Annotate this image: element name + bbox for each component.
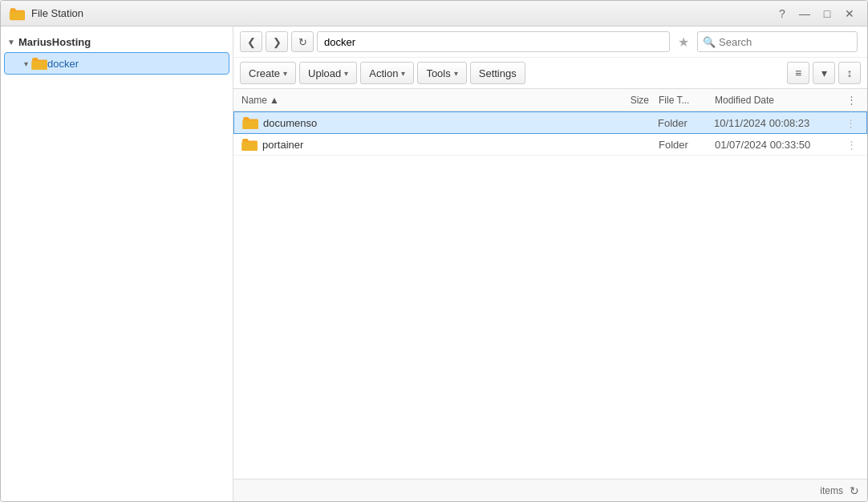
- close-button[interactable]: ✕: [840, 4, 859, 23]
- main-content: ▼ MariusHosting ▾ docker ❮ ❯ ↻: [1, 26, 867, 501]
- file-list-area: Name ▲ Size File T... Modified Date ⋮: [233, 89, 867, 479]
- settings-label: Settings: [479, 67, 517, 79]
- tools-button[interactable]: Tools ▾: [417, 62, 466, 84]
- upload-button[interactable]: Upload ▾: [299, 62, 357, 84]
- path-input[interactable]: [317, 31, 670, 52]
- title-bar: File Station ? — □ ✕: [1, 1, 867, 26]
- refresh-nav-button[interactable]: ↻: [291, 31, 314, 52]
- status-items-label: items: [820, 485, 843, 496]
- title-bar-left: File Station: [9, 6, 83, 22]
- file-row-name-portainer: portainer: [241, 138, 601, 151]
- right-panel: ❮ ❯ ↻ ★ 🔍 Create ▾: [233, 26, 867, 501]
- view-chevron: ▾: [821, 67, 827, 79]
- settings-button[interactable]: Settings: [470, 62, 525, 84]
- app-icon: [9, 6, 25, 22]
- column-headers: Name ▲ Size File T... Modified Date ⋮: [233, 89, 867, 111]
- documenso-type: Folder: [658, 117, 714, 129]
- sort-button[interactable]: ↕: [838, 62, 861, 84]
- col-name-sort: ▲: [270, 95, 279, 106]
- docker-triangle: ▾: [24, 59, 28, 68]
- maximize-button[interactable]: □: [817, 4, 837, 23]
- col-header-name[interactable]: Name ▲: [241, 95, 601, 106]
- status-refresh-button[interactable]: ↻: [850, 484, 859, 497]
- action-toolbar: Create ▾ Upload ▾ Action ▾ Tools ▾: [233, 58, 867, 88]
- host-triangle: ▼: [7, 38, 15, 47]
- documenso-name: documenso: [263, 117, 317, 129]
- folder-icon-portainer: [241, 138, 258, 151]
- forward-button[interactable]: ❯: [266, 31, 288, 52]
- folder-icon-sidebar: [31, 57, 47, 70]
- status-bar: items ↻: [233, 479, 867, 501]
- search-input[interactable]: [719, 36, 852, 48]
- tools-dropdown-arrow: ▾: [454, 69, 458, 78]
- window-title: File Station: [31, 7, 83, 19]
- col-name-label: Name: [241, 95, 267, 106]
- search-box: 🔍: [697, 31, 858, 52]
- portainer-date: 01/07/2024 00:33:50: [715, 139, 843, 151]
- bookmark-button[interactable]: ★: [673, 31, 694, 52]
- action-button[interactable]: Action ▾: [360, 62, 414, 84]
- file-row-portainer[interactable]: portainer Folder 01/07/2024 00:33:50 ⋮: [233, 134, 867, 156]
- documenso-date: 10/11/2024 00:08:23: [714, 117, 842, 129]
- upload-label: Upload: [308, 67, 341, 79]
- col-header-date[interactable]: Modified Date: [715, 95, 843, 106]
- sidebar-host[interactable]: ▼ MariusHosting: [1, 33, 233, 51]
- action-label: Action: [369, 67, 398, 79]
- search-icon: 🔍: [703, 36, 716, 48]
- title-bar-controls: ? — □ ✕: [773, 4, 859, 23]
- docker-label: docker: [47, 58, 79, 70]
- col-header-size[interactable]: Size: [601, 95, 649, 106]
- file-station-window: File Station ? — □ ✕ ▼ MariusHosting ▾ d…: [0, 0, 868, 502]
- create-button[interactable]: Create ▾: [240, 62, 296, 84]
- portainer-name: portainer: [262, 139, 303, 151]
- tools-label: Tools: [426, 67, 450, 79]
- sidebar: ▼ MariusHosting ▾ docker: [1, 26, 233, 501]
- portainer-type: Folder: [659, 139, 715, 151]
- nav-bar: ❮ ❯ ↻ ★ 🔍: [233, 26, 867, 58]
- create-label: Create: [249, 67, 280, 79]
- sidebar-item-docker[interactable]: ▾ docker: [4, 52, 229, 75]
- help-button[interactable]: ?: [773, 4, 792, 23]
- file-row-name-documenso: documenso: [242, 116, 600, 129]
- host-label: MariusHosting: [18, 36, 91, 48]
- portainer-more[interactable]: ⋮: [843, 139, 859, 151]
- minimize-button[interactable]: —: [795, 4, 814, 23]
- file-row-documenso[interactable]: documenso Folder 10/11/2024 00:08:23 ⋮: [233, 111, 867, 134]
- action-dropdown-arrow: ▾: [401, 69, 405, 78]
- create-dropdown-arrow: ▾: [283, 69, 287, 78]
- col-header-type[interactable]: File T...: [659, 95, 715, 106]
- view-options-button[interactable]: ▾: [813, 62, 835, 84]
- upload-dropdown-arrow: ▾: [344, 69, 348, 78]
- documenso-more[interactable]: ⋮: [842, 117, 858, 129]
- list-view-button[interactable]: ≡: [787, 62, 809, 84]
- toolbar-area: ❮ ❯ ↻ ★ 🔍 Create ▾: [233, 26, 867, 89]
- back-button[interactable]: ❮: [240, 31, 262, 52]
- col-header-more[interactable]: ⋮: [843, 94, 859, 106]
- folder-icon-documenso: [242, 116, 258, 129]
